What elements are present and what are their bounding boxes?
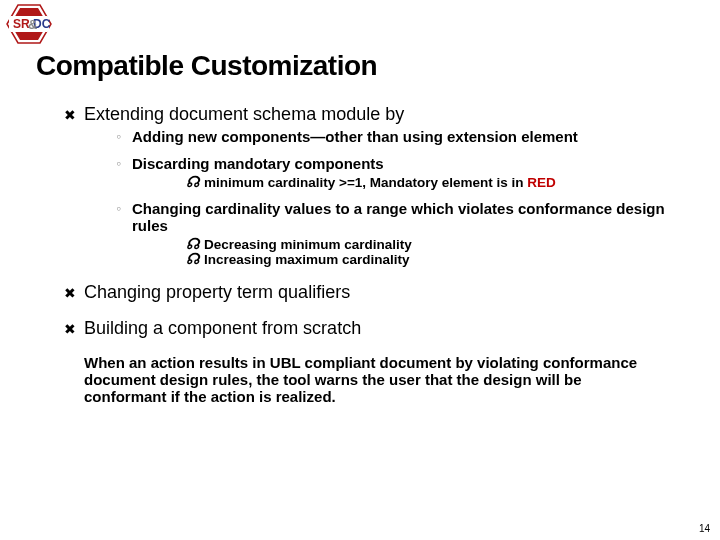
bullet-icon: ✖ <box>64 104 84 126</box>
svg-text:&: & <box>28 17 37 32</box>
item-text: Discarding mandotary components <box>132 155 384 172</box>
list-item: ✖ Extending document schema module by ◦ … <box>64 104 684 268</box>
item-text: minimum cardinality >=1, Mandatory eleme… <box>204 175 556 191</box>
bullet-icon: ◦ <box>116 200 132 217</box>
slide-title: Compatible Customization <box>36 50 684 82</box>
link-icon: ☊ <box>186 252 204 267</box>
bullet-icon: ✖ <box>64 318 84 340</box>
list-item: ✖ Changing property term qualifiers <box>64 282 684 304</box>
list-item: ◦ Adding new components—other than using… <box>116 128 684 145</box>
bullet-icon: ◦ <box>116 155 132 172</box>
logo: SR DC & <box>6 4 52 48</box>
list-item: ◦ Discarding mandotary components ☊ mini… <box>116 155 684 190</box>
item-text: Increasing maximum cardinality <box>204 252 410 268</box>
item-text: Adding new components—other than using e… <box>132 128 578 145</box>
bullet-icon: ◦ <box>116 128 132 145</box>
list-item: ✖ Building a component from scratch <box>64 318 684 340</box>
summary-paragraph: When an action results in UBL compliant … <box>84 354 664 406</box>
item-text: Extending document schema module by <box>84 104 404 125</box>
item-text: Changing cardinality values to a range w… <box>132 200 684 235</box>
link-icon: ☊ <box>186 237 204 252</box>
list-item: ◦ Changing cardinality values to a range… <box>116 200 684 268</box>
link-icon: ☊ <box>186 175 204 190</box>
list-item: ☊ Decreasing minimum cardinality ☊ Incre… <box>186 237 684 268</box>
item-text: Changing property term qualifiers <box>84 282 350 303</box>
item-text: Building a component from scratch <box>84 318 361 339</box>
subsub-prefix: minimum cardinality >=1, Mandatory eleme… <box>204 175 527 190</box>
item-text: Decreasing minimum cardinality <box>204 237 412 253</box>
slide-body: Compatible Customization ✖ Extending doc… <box>0 0 720 405</box>
subsub-red: RED <box>527 175 556 190</box>
list-item: ☊ minimum cardinality >=1, Mandatory ele… <box>186 175 684 191</box>
bullet-icon: ✖ <box>64 282 84 304</box>
page-number: 14 <box>699 523 710 534</box>
